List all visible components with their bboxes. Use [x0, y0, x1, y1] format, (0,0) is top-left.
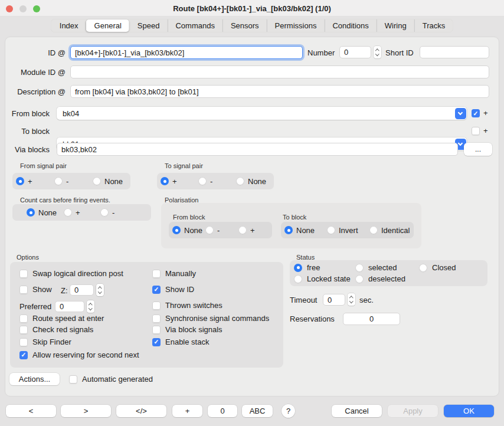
id-label: ID @ — [5, 48, 66, 57]
radio-option[interactable]: - — [205, 226, 238, 235]
checkbox — [152, 270, 161, 278]
xml-view-button[interactable]: </> — [116, 405, 166, 417]
via-blocks-input[interactable]: bk03,bk02 — [57, 143, 458, 156]
status-free[interactable]: free — [294, 263, 320, 272]
tab-wiring[interactable]: Wiring — [377, 19, 414, 32]
radio-option[interactable]: None — [284, 226, 327, 235]
skip-finder-row[interactable]: Skip Finder — [19, 337, 71, 346]
route-properties-dialog: Route [bk04+]-[bk01-]_via_[bk03/bk02] (1… — [0, 0, 504, 426]
number-stepper[interactable] — [374, 46, 381, 58]
tab-sensors[interactable]: Sensors — [222, 19, 267, 32]
polarisation-to-group: None Invert Identical — [281, 222, 414, 238]
actions-button[interactable]: Actions... — [9, 373, 60, 385]
tab-bar: Index General Speed Commands Sensors Per… — [51, 19, 453, 32]
radio-option[interactable]: + — [64, 208, 100, 217]
tab-permissions[interactable]: Permissions — [267, 19, 325, 32]
z-label: Z: — [61, 286, 68, 295]
radio-option[interactable]: Invert — [327, 226, 369, 235]
allow-reserving-row[interactable]: Allow reserving for second next — [19, 350, 139, 359]
reservations-input[interactable]: 0 — [343, 313, 400, 325]
short-id-input[interactable] — [420, 46, 489, 58]
radio-option[interactable]: None — [93, 177, 123, 186]
id-input[interactable]: [bk04+]-[bk01-]_via_[bk03/bk02] — [70, 46, 303, 59]
nav-next-button[interactable]: > — [61, 405, 111, 417]
tab-general[interactable]: General — [86, 19, 129, 32]
automatic-generated-row[interactable]: Automatic generated — [69, 375, 153, 384]
zero-button[interactable]: 0 — [208, 405, 237, 417]
checkbox — [19, 351, 28, 359]
help-button[interactable]: ? — [282, 404, 295, 418]
description-input[interactable]: from [bk04] via [bk03,bk02] to [bk01] — [70, 85, 489, 98]
polarisation-to-label: To block — [283, 214, 306, 221]
to-block-plus-checkbox[interactable] — [472, 127, 480, 135]
preferred-input[interactable]: 0 — [55, 301, 84, 312]
from-block-label: From block — [5, 109, 50, 118]
tab-speed[interactable]: Speed — [129, 19, 168, 32]
description-label: Description @ — [5, 87, 66, 96]
status-selected[interactable]: selected — [355, 263, 397, 272]
radio-option[interactable]: - — [54, 177, 93, 186]
status-closed[interactable]: Closed — [419, 263, 456, 272]
tab-commands[interactable]: Commands — [167, 19, 222, 32]
enable-stack-row[interactable]: Enable stack — [152, 337, 209, 346]
preferred-label: Preferred — [19, 302, 51, 311]
polarisation-from-group: None - + — [169, 222, 272, 238]
from-block-plus-checkbox[interactable] — [472, 109, 480, 117]
status-deselected[interactable]: deselected — [355, 274, 405, 283]
show-id-row[interactable]: Show ID — [152, 285, 194, 294]
apply-button[interactable]: Apply — [388, 405, 438, 417]
cancel-button[interactable]: Cancel — [332, 405, 382, 417]
tab-tracks[interactable]: Tracks — [414, 19, 453, 32]
add-button[interactable]: + — [172, 405, 202, 417]
radio-option[interactable]: - — [100, 208, 114, 217]
show-row[interactable]: Show — [19, 285, 52, 294]
radio-option[interactable]: + — [161, 177, 198, 186]
thrown-switches-row[interactable]: Thrown switches — [152, 301, 222, 310]
number-label: Number — [307, 48, 335, 57]
radio-option[interactable]: + — [16, 177, 54, 186]
nav-previous-button[interactable]: < — [6, 405, 56, 417]
tab-index[interactable]: Index — [51, 19, 86, 32]
z-input[interactable]: 0 — [70, 284, 94, 296]
options-label: Options — [17, 254, 39, 261]
check-red-signals-row[interactable]: Check red signals — [19, 325, 93, 334]
count-cars-group: None + - — [12, 204, 151, 221]
manually-row[interactable]: Manually — [152, 269, 196, 278]
timeout-stepper[interactable] — [348, 293, 355, 306]
radio-option[interactable]: None — [27, 208, 64, 217]
radio-option[interactable]: None — [236, 177, 266, 186]
checkbox — [19, 338, 28, 346]
to-signal-pair-label: To signal pair — [165, 162, 203, 169]
chevron-down-icon[interactable] — [455, 108, 466, 119]
checkbox — [152, 286, 161, 294]
to-block-label: To block — [5, 127, 50, 136]
status-locked-state[interactable]: Locked state — [294, 274, 351, 283]
from-block-combo[interactable]: bk04 — [57, 107, 467, 120]
ok-button[interactable]: OK — [444, 405, 494, 417]
radio-option[interactable]: - — [198, 177, 236, 186]
route-speed-row[interactable]: Route speed at enter — [19, 314, 104, 323]
timeout-unit-label: sec. — [359, 296, 374, 304]
preferred-stepper[interactable] — [87, 300, 94, 313]
timeout-input[interactable]: 0 — [323, 294, 345, 306]
module-id-input[interactable] — [70, 65, 489, 78]
radio-option[interactable]: + — [238, 226, 255, 235]
radio-option[interactable]: None — [172, 226, 205, 235]
checkbox — [152, 326, 161, 334]
synchronise-signal-row[interactable]: Synchronise signal commands — [152, 314, 269, 323]
polarisation-from-label: From block — [173, 214, 205, 221]
window-title: Route [bk04+]-[bk01-]_via_[bk03/bk02] (1… — [0, 4, 504, 13]
timeout-label: Timeout — [290, 296, 317, 304]
checkbox — [19, 286, 28, 294]
via-blocks-browse-button[interactable]: ... — [464, 143, 492, 156]
radio-option[interactable]: Identical — [369, 226, 410, 235]
reservations-label: Reservations — [290, 314, 335, 323]
checkbox — [19, 314, 28, 323]
abc-button[interactable]: ABC — [242, 405, 273, 417]
swap-logical-direction-row[interactable]: Swap logical direction post — [19, 269, 123, 278]
tab-conditions[interactable]: Conditions — [324, 19, 376, 32]
number-input[interactable]: 0 — [339, 46, 371, 58]
via-block-signals-row[interactable]: Via block signals — [152, 325, 222, 334]
short-id-label: Short ID — [385, 48, 414, 57]
z-stepper[interactable] — [96, 284, 104, 296]
